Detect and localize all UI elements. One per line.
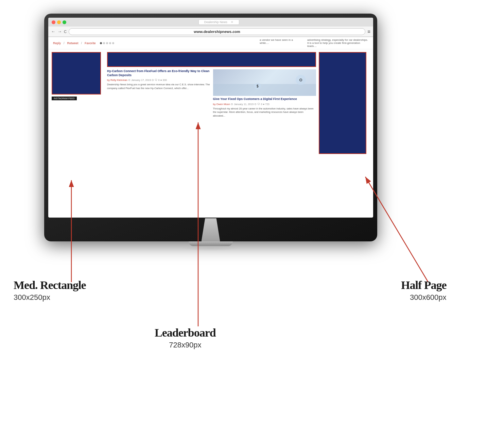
article-1-title[interactable]: Hy-Carbon Connect from FlexFuel Offers a… bbox=[107, 69, 210, 77]
dot-3 bbox=[109, 42, 111, 44]
social-bar: Reply / Retweet / Favorite a vendor we bbox=[48, 37, 373, 49]
favorite-link[interactable]: Favorite bbox=[85, 41, 96, 45]
article-card-1: Hy-Carbon Connect from FlexFuel Offers a… bbox=[107, 69, 210, 215]
med-rectangle-annotation: Med. Rectangle 300x250px bbox=[14, 279, 86, 302]
right-sidebar bbox=[319, 52, 370, 215]
article-1-excerpt: Dealership News bring you a great servic… bbox=[107, 83, 210, 90]
article-1-meta: by Relly Kleinman ⊙ January 17, 2019 ⊙ 🗨… bbox=[107, 79, 210, 82]
retweet-link[interactable]: Retweet bbox=[67, 41, 79, 45]
article-1-date: January 17, 2019 bbox=[131, 79, 151, 82]
tab-close-icon[interactable]: ✕ bbox=[231, 20, 233, 24]
address-bar: ← → C www.dealershipnews.com ≡ bbox=[48, 27, 373, 37]
monitor-body: Dealership News ✕ ← → C www.dealershipne… bbox=[44, 14, 377, 241]
dot-2 bbox=[106, 42, 108, 44]
article-1-comments: 0 bbox=[158, 79, 159, 82]
article-2-meta: by Owen Moon ⊙ January 11, 2019 ⊙ 🗨 0 ● … bbox=[213, 103, 316, 106]
tab-title: Dealership News ✕ bbox=[198, 19, 239, 25]
article-2-excerpt: Throughout my almost 20-year career in t… bbox=[213, 107, 316, 118]
main-layout: INSTAGRAM FEED Hy-Carbon Connect from Fl… bbox=[48, 49, 373, 218]
half-page-title: Half Page bbox=[401, 279, 447, 292]
website-content: Reply / Retweet / Favorite a vendor we bbox=[48, 37, 373, 218]
article-2-image: ⊙ $ bbox=[213, 69, 316, 96]
close-button[interactable] bbox=[52, 20, 55, 24]
menu-icon[interactable]: ≡ bbox=[367, 29, 370, 34]
article-2-author: by Owen Moon bbox=[213, 103, 230, 106]
minimize-button[interactable] bbox=[57, 20, 61, 24]
leaderboard-title: Leaderboard bbox=[155, 326, 216, 339]
article-1-author: by Relly Kleinman bbox=[107, 79, 127, 82]
instagram-feed-label: INSTAGRAM FEED bbox=[52, 97, 77, 100]
maximize-button[interactable] bbox=[63, 20, 66, 24]
refresh-button[interactable]: C bbox=[64, 30, 67, 34]
article-card-2: ⊙ $ Give Your Fixed Ops Customers a Digi… bbox=[213, 69, 316, 215]
article-2-views: 723 bbox=[265, 103, 270, 106]
med-rect-title: Med. Rectangle bbox=[14, 279, 86, 292]
top-snippets: a vendor we have seen in a while.... adv… bbox=[260, 38, 368, 48]
monitor-stand-neck bbox=[202, 218, 220, 241]
article-2-date: January 11, 2019 bbox=[234, 103, 254, 106]
dot-1 bbox=[103, 42, 105, 44]
browser-titlebar: Dealership News ✕ bbox=[48, 18, 373, 27]
article-1-views: 330 bbox=[162, 79, 167, 82]
half-page-size: 300x600px bbox=[401, 293, 447, 302]
browser-chrome: Dealership News ✕ ← → C www.dealershipne… bbox=[48, 18, 373, 37]
center-content: Hy-Carbon Connect from FlexFuel Offers a… bbox=[107, 52, 316, 215]
med-rectangle-ad[interactable] bbox=[52, 52, 101, 95]
monitor-base-shadow bbox=[180, 245, 241, 251]
med-rect-size: 300x250px bbox=[14, 293, 86, 302]
dot-4 bbox=[112, 42, 114, 44]
screen-bezel: Dealership News ✕ ← → C www.dealershipne… bbox=[48, 18, 373, 218]
pagination-dots bbox=[100, 42, 114, 44]
left-sidebar: INSTAGRAM FEED bbox=[52, 52, 104, 215]
half-page-ad[interactable] bbox=[319, 52, 366, 154]
half-page-annotation: Half Page 300x600px bbox=[401, 279, 447, 302]
back-button[interactable]: ← bbox=[51, 29, 55, 34]
leaderboard-annotation: Leaderboard 728x90px bbox=[155, 326, 216, 349]
url-bar[interactable]: www.dealershipnews.com bbox=[69, 28, 365, 35]
leaderboard-size: 728x90px bbox=[155, 341, 216, 349]
article-2-title[interactable]: Give Your Fixed Ops Customers a Digital … bbox=[213, 97, 316, 101]
dot-active bbox=[100, 42, 102, 44]
forward-button[interactable]: → bbox=[57, 29, 62, 34]
reply-link[interactable]: Reply bbox=[53, 41, 61, 45]
leaderboard-ad[interactable] bbox=[107, 52, 316, 67]
article-2-comments: 0 bbox=[261, 103, 262, 106]
articles-container: Hy-Carbon Connect from FlexFuel Offers a… bbox=[107, 69, 316, 215]
